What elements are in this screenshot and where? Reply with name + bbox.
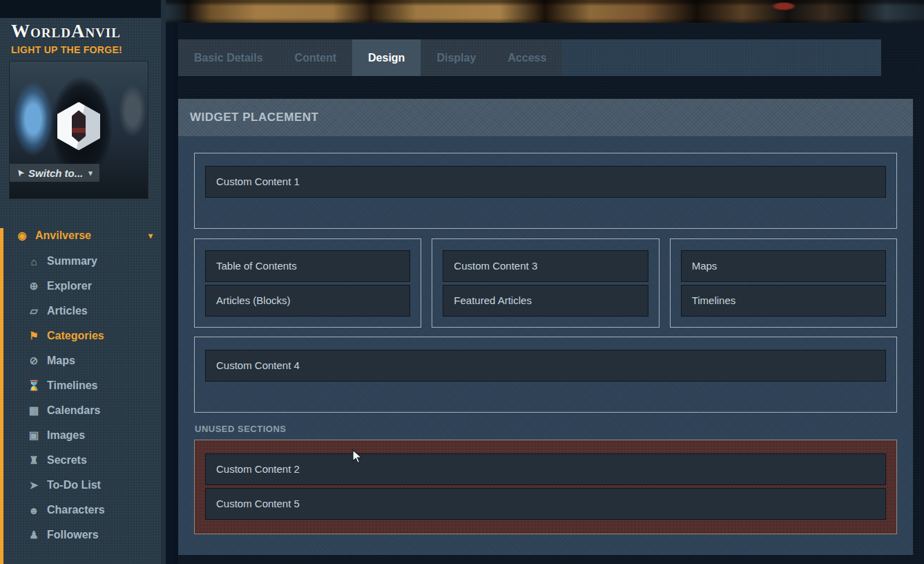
sidebar-item-anvilverse[interactable]: ◉ Anvilverse ▾ (0, 223, 161, 249)
image-icon: ▣ (26, 429, 41, 442)
sidebar-item-todo-list[interactable]: ➤ To-Do List (0, 473, 161, 498)
world-name: Anvilverse (35, 229, 91, 242)
sidebar-item-label: Timelines (47, 379, 98, 392)
nav-arrow-icon: ➤ (14, 167, 26, 178)
sidebar-item-secrets[interactable]: ♜ Secrets (0, 448, 161, 473)
world-hex-emblem-icon (57, 102, 100, 150)
worldanvil-logo[interactable]: WorldAnvil (11, 21, 150, 42)
sidebar-item-label: Maps (47, 355, 75, 367)
sidebar-item-articles[interactable]: ▱ Articles (0, 299, 161, 323)
widget-dropzone-top: Custom Content 1 (194, 153, 897, 229)
sidebar-nav: ◉ Anvilverse ▾ ⌂ Summary ⊕ Explorer ▱ Ar… (0, 223, 161, 547)
sidebar-item-label: To-Do List (47, 479, 101, 491)
widget-custom-content-1[interactable]: Custom Content 1 (205, 166, 886, 198)
sidebar-item-label: Calendars (47, 404, 100, 417)
calendar-icon: ▦ (26, 404, 41, 417)
widget-dropzone-col1: Table of Contents Articles (Blocks) (194, 238, 421, 328)
sidebar-item-label: Explorer (47, 280, 92, 292)
tab-access[interactable]: Access (492, 39, 562, 76)
widget-placement-panel: WIDGET PLACEMENT Custom Content 1 Table … (178, 99, 913, 555)
tab-display[interactable]: Display (421, 39, 492, 76)
sidebar-item-label: Secrets (47, 454, 87, 467)
sidebar-item-timelines[interactable]: ⌛ Timelines (0, 373, 161, 398)
tab-bar-filler (562, 39, 881, 76)
globe-icon: ◉ (15, 229, 30, 242)
panel-title: WIDGET PLACEMENT (178, 99, 913, 136)
sidebar-item-label: Categories (47, 330, 104, 342)
widget-maps[interactable]: Maps (681, 250, 886, 282)
book-icon: ▱ (26, 305, 41, 317)
sidebar-item-label: Articles (47, 305, 88, 317)
paper-plane-icon: ➤ (26, 479, 41, 491)
widget-custom-content-4[interactable]: Custom Content 4 (205, 350, 886, 382)
widget-articles-blocks[interactable]: Articles (Blocks) (205, 285, 410, 317)
sidebar-item-maps[interactable]: ⊘ Maps (0, 348, 161, 373)
widget-dropzone-bottom: Custom Content 4 (194, 337, 897, 413)
tab-bar: Basic Details Content Design Display Acc… (178, 39, 881, 76)
sidebar: WorldAnvil LIGHT UP THE FORGE! ➤ Switch … (0, 0, 161, 564)
panel-body: Custom Content 1 Table of Contents Artic… (178, 136, 913, 555)
tabs-segment: Basic Details Content Design Display Acc… (178, 39, 562, 76)
logo-area: WorldAnvil LIGHT UP THE FORGE! (0, 18, 161, 55)
sidebar-item-label: Images (47, 429, 85, 442)
person-icon: ♟ (26, 529, 41, 541)
hourglass-icon: ⌛ (26, 379, 41, 392)
sidebar-item-images[interactable]: ▣ Images (0, 423, 161, 448)
widget-custom-content-5[interactable]: Custom Content 5 (205, 488, 886, 520)
widget-columns-row: Table of Contents Articles (Blocks) Cust… (194, 238, 897, 328)
left-gutter (161, 0, 178, 564)
sidebar-item-label: Summary (47, 255, 97, 267)
sidebar-item-calendars[interactable]: ▦ Calendars (0, 398, 161, 423)
sidebar-item-summary[interactable]: ⌂ Summary (0, 249, 161, 274)
switch-to-button[interactable]: ➤ Switch to... ▾ (10, 164, 99, 182)
switch-to-label: Switch to... (28, 167, 83, 179)
tab-basic-details[interactable]: Basic Details (178, 39, 279, 76)
tagline: LIGHT UP THE FORGE! (11, 44, 150, 55)
caret-down-icon: ▾ (88, 169, 93, 178)
scroll-icon: ⚑ (26, 330, 41, 342)
map-icon: ⊘ (26, 355, 41, 367)
sidebar-top-strip (0, 0, 161, 18)
sidebar-item-label: Followers (47, 529, 99, 541)
compass-icon: ⊕ (26, 280, 41, 292)
active-section-rail (0, 228, 3, 564)
tab-content[interactable]: Content (279, 39, 352, 76)
widget-table-of-contents[interactable]: Table of Contents (205, 250, 410, 282)
widget-dropzone-col3: Maps Timelines (670, 238, 897, 328)
widget-custom-content-3[interactable]: Custom Content 3 (443, 250, 648, 282)
rook-icon: ♜ (26, 454, 41, 467)
tab-design[interactable]: Design (352, 39, 421, 76)
world-banner-image (166, 0, 924, 23)
home-icon: ⌂ (26, 256, 41, 267)
unused-sections-title: UNUSED SECTIONS (195, 424, 897, 434)
main-area: Basic Details Content Design Display Acc… (161, 0, 924, 564)
widget-custom-content-2[interactable]: Custom Content 2 (205, 453, 886, 485)
sidebar-item-explorer[interactable]: ⊕ Explorer (0, 274, 161, 299)
sidebar-item-label: Characters (47, 504, 105, 516)
unused-sections-dropzone: Custom Content 2 Custom Content 5 (194, 440, 897, 534)
users-icon: ☻ (26, 505, 41, 516)
sidebar-item-followers[interactable]: ♟ Followers (0, 523, 161, 547)
sidebar-item-categories[interactable]: ⚑ Categories (0, 323, 161, 348)
sidebar-item-characters[interactable]: ☻ Characters (0, 498, 161, 523)
world-cover-image: ➤ Switch to... ▾ (10, 62, 148, 198)
hex-emblem-inner (72, 110, 86, 142)
widget-dropzone-col2: Custom Content 3 Featured Articles (432, 238, 659, 328)
widget-timelines[interactable]: Timelines (681, 285, 886, 317)
chevron-down-icon: ▾ (148, 231, 153, 241)
widget-featured-articles[interactable]: Featured Articles (443, 285, 648, 317)
